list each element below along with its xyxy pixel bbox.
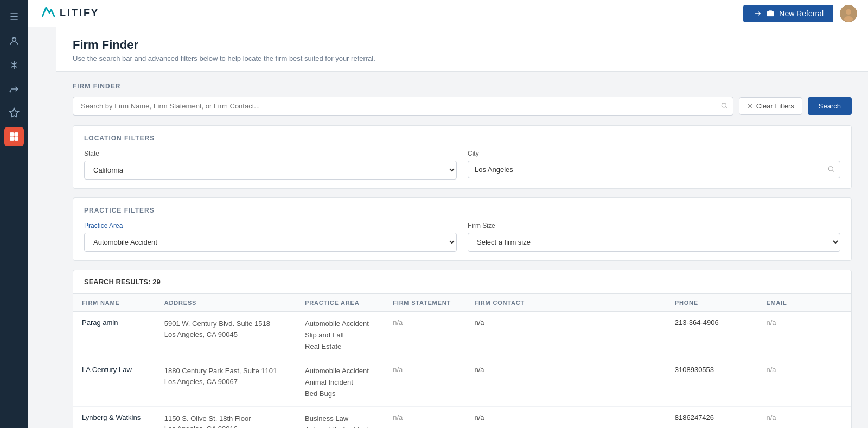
cell-firm-contact: n/a (465, 359, 666, 406)
firm-size-label: Firm Size (468, 222, 840, 229)
sidebar-icon-star[interactable] (4, 103, 24, 123)
practice-area-select[interactable]: Automobile Accident (84, 233, 457, 252)
sidebar-icon-scale[interactable] (4, 55, 24, 75)
results-header: SEARCH RESULTS: 29 (73, 270, 851, 294)
search-row: ✕ Clear Filters Search (73, 97, 852, 116)
cell-address: 1150 S. Olive St. 18th FloorLos Angeles,… (156, 406, 296, 428)
topnav-right: New Referral (743, 5, 857, 22)
cell-address: 1880 Century Park East, Suite 1101Los An… (156, 359, 296, 406)
table-body: Parag amin 5901 W. Century Blvd. Suite 1… (73, 312, 851, 429)
col-firm-contact: FIRM CONTACT (465, 294, 666, 312)
sidebar: ☰ (0, 0, 28, 428)
svg-point-9 (722, 103, 726, 107)
firm-finder-label: FIRM FINDER (73, 82, 852, 90)
svg-rect-4 (15, 137, 18, 141)
cell-firm-contact: n/a (465, 312, 666, 359)
svg-rect-2 (15, 133, 18, 137)
cell-firm-name: Parag amin (73, 312, 156, 359)
svg-rect-5 (767, 11, 774, 16)
city-input[interactable] (468, 161, 840, 178)
menu-icon[interactable]: ☰ (5, 7, 23, 27)
practice-area-label: Practice Area (84, 222, 457, 229)
table-row[interactable]: Parag amin 5901 W. Century Blvd. Suite 1… (73, 312, 851, 359)
location-filters-title: LOCATION FILTERS (84, 135, 840, 142)
search-icon (720, 101, 728, 111)
svg-point-8 (844, 16, 853, 22)
search-input-wrap (73, 97, 733, 116)
cell-firm-contact: n/a (465, 406, 666, 428)
cell-email: n/a (757, 312, 851, 359)
location-filters: LOCATION FILTERS State California City (73, 125, 852, 189)
col-practice-area: PRACTICE AREA (296, 294, 384, 312)
table-row[interactable]: LA Century Law 1880 Century Park East, S… (73, 359, 851, 406)
table-header-row: FIRM NAME ADDRESS PRACTICE AREA FIRM STA… (73, 294, 851, 312)
cell-email: n/a (757, 359, 851, 406)
cell-firm-name: Lynberg & Watkins (73, 406, 156, 428)
svg-point-0 (12, 37, 16, 41)
logo-text: LITIFY (60, 8, 99, 19)
page-subtitle: Use the search bar and advanced filters … (73, 54, 852, 62)
content-area: FIRM FINDER ✕ Clear Filters Search (56, 72, 868, 428)
practice-filter-row: Practice Area Automobile Accident Firm S… (84, 222, 840, 252)
results-count: SEARCH RESULTS: 29 (84, 278, 161, 286)
page-title: Firm Finder (73, 38, 852, 52)
main-content: Firm Finder Use the search bar and advan… (56, 27, 868, 428)
location-filter-row: State California City (84, 150, 840, 180)
city-filter-group: City (468, 150, 840, 180)
new-referral-label: New Referral (779, 9, 824, 18)
topnav: LITIFY New Referral (28, 0, 868, 27)
cell-phone: 8186247426 (666, 406, 758, 428)
city-input-wrap (468, 161, 840, 178)
practice-filters-title: PRACTICE FILTERS (84, 207, 840, 214)
svg-point-10 (828, 166, 833, 170)
cell-phone: 3108930553 (666, 359, 758, 406)
search-button-label: Search (819, 102, 841, 110)
sidebar-icon-person[interactable] (4, 31, 24, 51)
state-select[interactable]: California (84, 161, 457, 180)
firm-size-select[interactable]: Select a firm size (468, 233, 840, 252)
cell-firm-statement: n/a (384, 406, 465, 428)
practice-filters: PRACTICE FILTERS Practice Area Automobil… (73, 197, 852, 261)
table-header: FIRM NAME ADDRESS PRACTICE AREA FIRM STA… (73, 294, 851, 312)
col-address: ADDRESS (156, 294, 296, 312)
col-phone: PHONE (666, 294, 758, 312)
col-firm-name: FIRM NAME (73, 294, 156, 312)
svg-point-7 (846, 9, 851, 15)
avatar[interactable] (840, 5, 857, 22)
practice-area-group: Practice Area Automobile Accident (84, 222, 457, 252)
clear-filters-button[interactable]: ✕ Clear Filters (739, 97, 802, 115)
results-section: SEARCH RESULTS: 29 FIRM NAME ADDRESS PRA… (73, 270, 852, 428)
table-row[interactable]: Lynberg & Watkins 1150 S. Olive St. 18th… (73, 406, 851, 428)
svg-rect-3 (10, 137, 14, 141)
cell-practice-area: Business LawAutomobile AccidentConstruct… (296, 406, 384, 428)
firm-size-group: Firm Size Select a firm size (468, 222, 840, 252)
cell-practice-area: Automobile AccidentAnimal IncidentBed Bu… (296, 359, 384, 406)
sidebar-icon-active[interactable] (4, 127, 24, 146)
cell-firm-statement: n/a (384, 359, 465, 406)
cell-practice-area: Automobile AccidentSlip and FallReal Est… (296, 312, 384, 359)
state-label: State (84, 150, 457, 157)
col-firm-statement: FIRM STATEMENT (384, 294, 465, 312)
clear-filters-label: Clear Filters (756, 102, 794, 110)
search-input[interactable] (73, 97, 733, 116)
cell-firm-statement: n/a (384, 312, 465, 359)
cell-address: 5901 W. Century Blvd. Suite 1518Los Ange… (156, 312, 296, 359)
sidebar-icon-referral[interactable] (4, 79, 24, 99)
svg-rect-1 (10, 133, 14, 137)
col-email: EMAIL (757, 294, 851, 312)
logo-icon (39, 3, 56, 24)
new-referral-button[interactable]: New Referral (743, 5, 833, 22)
city-search-icon (827, 165, 835, 174)
x-icon: ✕ (747, 102, 753, 110)
page-header: Firm Finder Use the search bar and advan… (56, 27, 868, 72)
results-table: FIRM NAME ADDRESS PRACTICE AREA FIRM STA… (73, 294, 851, 428)
cell-phone: 213-364-4906 (666, 312, 758, 359)
cell-email: n/a (757, 406, 851, 428)
search-button[interactable]: Search (808, 97, 852, 115)
state-filter-group: State California (84, 150, 457, 180)
city-label: City (468, 150, 840, 157)
cell-firm-name: LA Century Law (73, 359, 156, 406)
logo: LITIFY (39, 3, 99, 24)
